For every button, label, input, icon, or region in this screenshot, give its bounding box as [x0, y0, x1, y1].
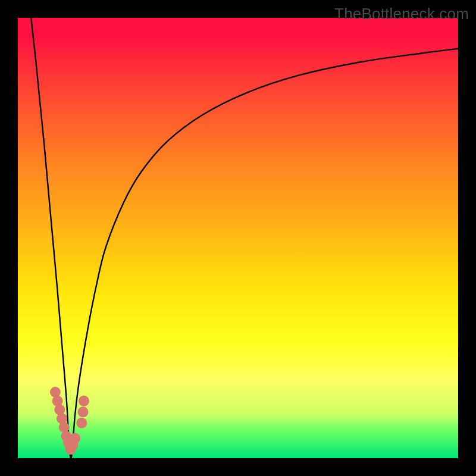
marker-dot: [70, 433, 80, 444]
marker-dot: [76, 418, 87, 428]
highlighted-markers: [50, 387, 89, 455]
bottleneck-curve: [31, 18, 458, 458]
watermark-text: TheBottleneck.com: [334, 5, 469, 23]
curves-svg: [18, 18, 458, 458]
plot-area: [18, 18, 458, 458]
marker-dot: [78, 406, 89, 417]
marker-dot: [79, 396, 89, 406]
chart-frame: TheBottleneck.com: [0, 0, 476, 476]
